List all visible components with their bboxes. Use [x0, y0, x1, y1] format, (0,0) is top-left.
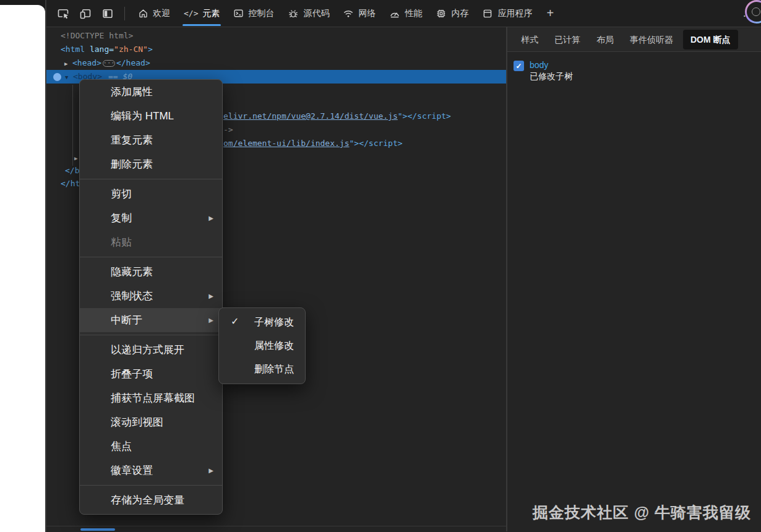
- tree-guide-line: [72, 85, 73, 166]
- html-tag: <html: [61, 45, 85, 54]
- menu-item-label: 删除元素: [111, 157, 153, 171]
- tab-label: 应用程序: [497, 8, 532, 19]
- submenu-item-attribute-modifications[interactable]: 属性修改: [219, 334, 305, 358]
- html-close-bracket: >: [148, 45, 153, 54]
- check-icon: ✓: [515, 62, 522, 71]
- menu-item-label: 强制状态: [111, 289, 153, 303]
- inspect-element-icon[interactable]: [54, 4, 72, 23]
- menu-item-copy[interactable]: 复制▶: [80, 206, 222, 230]
- profile-avatar[interactable]: [745, 0, 761, 24]
- submenu-item-node-removal[interactable]: 删除节点: [219, 358, 305, 381]
- tab-elements[interactable]: </> 元素: [177, 0, 226, 27]
- menu-item-capture-node-screenshot[interactable]: 捕获节点屏幕截图: [80, 386, 222, 410]
- head-close-tag: </head>: [116, 58, 150, 67]
- menu-divider: [80, 179, 222, 179]
- menu-item-break-on[interactable]: 中断于▶: [80, 308, 222, 332]
- tab-label: 控制台: [248, 8, 274, 19]
- tab-network[interactable]: 网络: [336, 0, 382, 27]
- submenu-item-label: 删除节点: [254, 363, 294, 376]
- browser-page-background: [0, 5, 45, 532]
- submenu-arrow-icon: ▶: [209, 467, 213, 474]
- console-icon: [233, 8, 244, 19]
- script-element-ui-line[interactable]: om/element-ui/lib/index.js"></script>: [223, 137, 403, 150]
- tab-label: 内存: [451, 8, 468, 19]
- head-open-tag: <head>: [72, 58, 101, 67]
- menu-item-edit-as-html[interactable]: 编辑为 HTML: [80, 104, 222, 128]
- menu-item-scroll-into-view[interactable]: 滚动到视图: [80, 410, 222, 434]
- vue-script-url[interactable]: elivr.net/npm/vue@2.7.14/dist/vue.js: [223, 111, 398, 121]
- tab-console[interactable]: 控制台: [226, 0, 281, 27]
- tab-sources[interactable]: 源代码: [281, 0, 336, 27]
- menu-divider: [80, 335, 222, 335]
- tab-event-listeners[interactable]: 事件侦听器: [624, 29, 679, 50]
- add-tab-button[interactable]: +: [539, 6, 561, 20]
- menu-item-label: 复制: [111, 211, 132, 225]
- sidebar-tab-strip: 样式 已计算 布局 事件侦听器 DOM 断点: [507, 27, 761, 52]
- watermark-text: 掘金技术社区 @ 牛骑害我留级: [533, 502, 751, 523]
- tab-label: 网络: [358, 8, 376, 19]
- menu-item-label: 存储为全局变量: [111, 493, 184, 507]
- performance-icon: [389, 8, 400, 19]
- inline-expand-icon[interactable]: ···: [103, 60, 115, 67]
- tab-label: 欢迎: [153, 8, 170, 19]
- submenu-item-subtree-modifications[interactable]: ✓ 子树修改: [219, 311, 305, 334]
- tree-expanded-icon[interactable]: ▼: [65, 71, 73, 84]
- menu-item-paste[interactable]: 粘贴: [80, 230, 222, 254]
- menu-item-collapse-children[interactable]: 折叠子项: [80, 362, 222, 386]
- avatar-glyph: [752, 7, 760, 16]
- tab-application[interactable]: 应用程序: [475, 0, 539, 27]
- menu-item-badge-settings[interactable]: 徽章设置▶: [80, 458, 222, 483]
- dom-breakpoint-dot[interactable]: [53, 73, 61, 81]
- tab-memory[interactable]: 内存: [429, 0, 475, 27]
- menu-item-label: 以递归方式展开: [111, 343, 184, 357]
- memory-icon: [436, 8, 447, 19]
- element-context-menu: 添加属性 编辑为 HTML 重复元素 删除元素 剪切 复制▶ 粘贴 隐藏元素 强…: [79, 79, 223, 515]
- breakpoint-checkbox[interactable]: ✓: [514, 61, 524, 71]
- script-vue-line[interactable]: elivr.net/npm/vue@2.7.14/dist/vue.js"></…: [223, 109, 451, 123]
- menu-item-cut[interactable]: 剪切: [80, 182, 222, 206]
- check-icon: ✓: [231, 315, 239, 327]
- comment-tail-line: ->: [223, 123, 233, 137]
- devtools-toolbar: 欢迎 </> 元素 控制台 源代码: [46, 0, 761, 27]
- menu-item-label: 重复元素: [111, 133, 153, 147]
- breakpoint-node-name: body: [530, 59, 573, 71]
- menu-item-force-state[interactable]: 强制状态▶: [80, 284, 222, 308]
- horizontal-scrollbar-thumb[interactable]: [80, 528, 115, 531]
- dom-breakpoint-entry[interactable]: ✓ body 已修改子树: [507, 52, 761, 90]
- submenu-arrow-icon: ▶: [209, 215, 213, 221]
- tab-dom-breakpoints[interactable]: DOM 断点: [683, 30, 738, 49]
- menu-divider: [80, 257, 222, 257]
- break-on-submenu: ✓ 子树修改 属性修改 删除节点: [218, 307, 306, 384]
- html-open-line[interactable]: <html lang="zh-CN">: [61, 43, 153, 56]
- html-eq: =: [109, 45, 114, 54]
- application-icon: [482, 8, 493, 19]
- device-emulation-icon[interactable]: [76, 4, 95, 23]
- menu-item-add-attribute[interactable]: 添加属性: [80, 80, 222, 104]
- submenu-item-label: 属性修改: [254, 340, 294, 353]
- tab-performance[interactable]: 性能: [382, 0, 429, 27]
- focus-mode-icon[interactable]: [98, 4, 117, 23]
- tab-label: 性能: [405, 8, 422, 19]
- menu-item-expand-recursively[interactable]: 以递归方式展开: [80, 338, 222, 362]
- menu-item-label: 中断于: [111, 313, 142, 327]
- tab-styles[interactable]: 样式: [515, 29, 544, 50]
- tab-layout[interactable]: 布局: [590, 29, 620, 50]
- tree-collapsed-icon[interactable]: ▶: [64, 57, 72, 71]
- tab-welcome[interactable]: 欢迎: [131, 0, 177, 27]
- menu-item-focus[interactable]: 焦点: [80, 434, 222, 458]
- head-line[interactable]: ▶<head>···</head>: [64, 56, 150, 70]
- doctype-line[interactable]: <!DOCTYPE html>: [61, 29, 133, 43]
- menu-item-duplicate-element[interactable]: 重复元素: [80, 128, 222, 152]
- element-ui-script-url[interactable]: om/element-ui/lib/index.js: [223, 139, 350, 148]
- script-close: "></script>: [398, 111, 451, 121]
- menu-item-store-as-global-variable[interactable]: 存储为全局变量: [80, 488, 222, 512]
- tab-computed[interactable]: 已计算: [548, 29, 587, 50]
- menu-item-hide-element[interactable]: 隐藏元素: [80, 260, 222, 284]
- menu-item-label: 捕获节点屏幕截图: [111, 391, 195, 405]
- horizontal-scrollbar[interactable]: [46, 526, 507, 531]
- elements-icon: </>: [184, 9, 198, 18]
- menu-item-label: 剪切: [111, 187, 132, 201]
- breakpoint-condition: 已修改子树: [530, 71, 573, 82]
- menu-item-delete-element[interactable]: 删除元素: [80, 152, 222, 176]
- sources-icon: [288, 8, 299, 19]
